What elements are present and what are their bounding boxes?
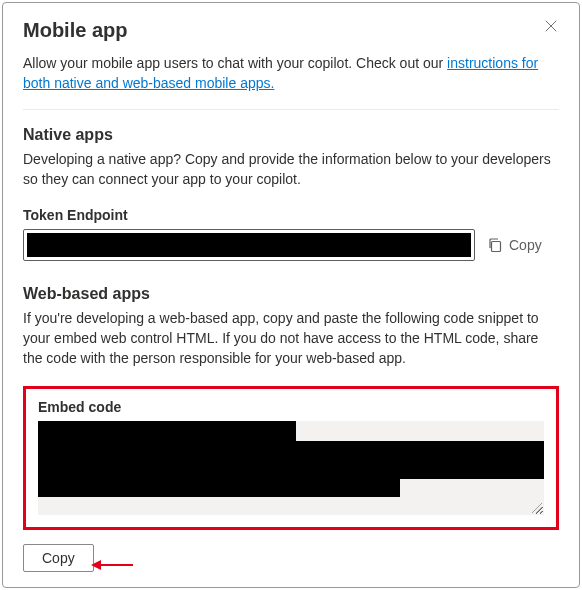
intro-text: Allow your mobile app users to chat with… xyxy=(23,54,559,93)
embed-code-highlight: Embed code xyxy=(23,386,559,530)
native-apps-description: Developing a native app? Copy and provid… xyxy=(23,150,559,189)
copy-embed-button[interactable]: Copy xyxy=(23,544,94,572)
token-endpoint-label: Token Endpoint xyxy=(23,207,559,223)
redacted-content xyxy=(38,441,544,479)
annotation-arrow xyxy=(91,558,133,572)
svg-marker-7 xyxy=(91,560,101,570)
web-apps-title: Web-based apps xyxy=(23,285,559,303)
embed-code-label: Embed code xyxy=(38,399,544,415)
svg-rect-2 xyxy=(492,242,501,252)
close-icon xyxy=(544,19,558,33)
copy-token-label: Copy xyxy=(509,237,542,253)
web-apps-description: If you're developing a web-based app, co… xyxy=(23,309,559,368)
copy-token-button[interactable]: Copy xyxy=(487,237,542,253)
embed-code-textarea[interactable] xyxy=(38,421,544,515)
token-endpoint-row: Copy xyxy=(23,229,559,261)
mobile-app-panel: Mobile app Allow your mobile app users t… xyxy=(2,2,580,588)
native-apps-title: Native apps xyxy=(23,126,559,144)
redacted-content xyxy=(38,479,400,497)
arrow-icon xyxy=(91,558,133,572)
redacted-content xyxy=(27,233,471,257)
panel-header: Mobile app xyxy=(23,19,559,42)
resize-handle-icon xyxy=(532,503,542,513)
intro-prefix: Allow your mobile app users to chat with… xyxy=(23,55,447,71)
redacted-content xyxy=(38,421,296,441)
token-endpoint-input[interactable] xyxy=(23,229,475,261)
copy-icon xyxy=(487,237,503,253)
panel-title: Mobile app xyxy=(23,19,127,42)
svg-line-4 xyxy=(536,507,542,513)
svg-line-5 xyxy=(540,511,542,513)
close-button[interactable] xyxy=(543,19,559,35)
svg-line-3 xyxy=(532,503,542,513)
divider xyxy=(23,109,559,110)
